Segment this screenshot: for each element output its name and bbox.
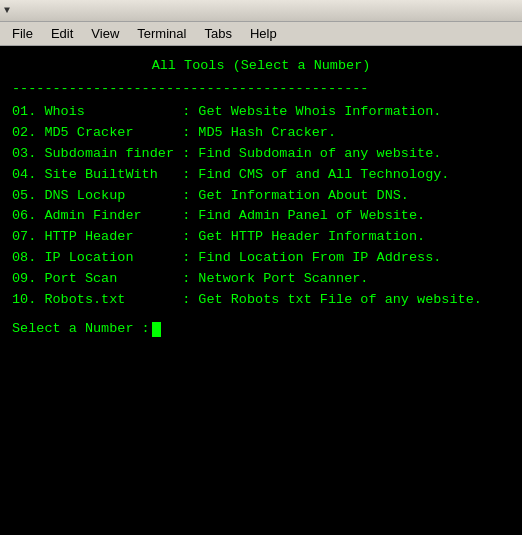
window-chrome: ▼ File Edit View Terminal Tabs Help	[0, 0, 522, 46]
menu-file[interactable]: File	[4, 24, 41, 43]
list-item: 07. HTTP Header : Get HTTP Header Inform…	[12, 227, 510, 248]
list-item: 06. Admin Finder : Find Admin Panel of W…	[12, 206, 510, 227]
title-bar-arrow[interactable]: ▼	[4, 5, 10, 16]
list-item: 04. Site BuiltWith : Find CMS of and All…	[12, 165, 510, 186]
tool-list: 01. Whois : Get Website Whois Informatio…	[12, 102, 510, 311]
list-item: 10. Robots.txt : Get Robots txt File of …	[12, 290, 510, 311]
terminal-area: All Tools (Select a Number) ------------…	[0, 46, 522, 535]
prompt-text: Select a Number :	[12, 319, 150, 340]
divider: ----------------------------------------…	[12, 79, 510, 100]
list-item: 09. Port Scan : Network Port Scanner.	[12, 269, 510, 290]
cursor	[152, 322, 161, 337]
list-item: 02. MD5 Cracker : MD5 Hash Cracker.	[12, 123, 510, 144]
list-item: 05. DNS Lockup : Get Information About D…	[12, 186, 510, 207]
title-bar: ▼	[0, 0, 522, 22]
menu-terminal[interactable]: Terminal	[129, 24, 194, 43]
terminal-title: All Tools (Select a Number)	[12, 56, 510, 77]
menu-edit[interactable]: Edit	[43, 24, 81, 43]
list-item: 03. Subdomain finder : Find Subdomain of…	[12, 144, 510, 165]
menu-view[interactable]: View	[83, 24, 127, 43]
prompt-line: Select a Number :	[12, 319, 510, 340]
list-item: 08. IP Location : Find Location From IP …	[12, 248, 510, 269]
menu-tabs[interactable]: Tabs	[196, 24, 239, 43]
menu-help[interactable]: Help	[242, 24, 285, 43]
menu-bar: File Edit View Terminal Tabs Help	[0, 22, 522, 46]
list-item: 01. Whois : Get Website Whois Informatio…	[12, 102, 510, 123]
